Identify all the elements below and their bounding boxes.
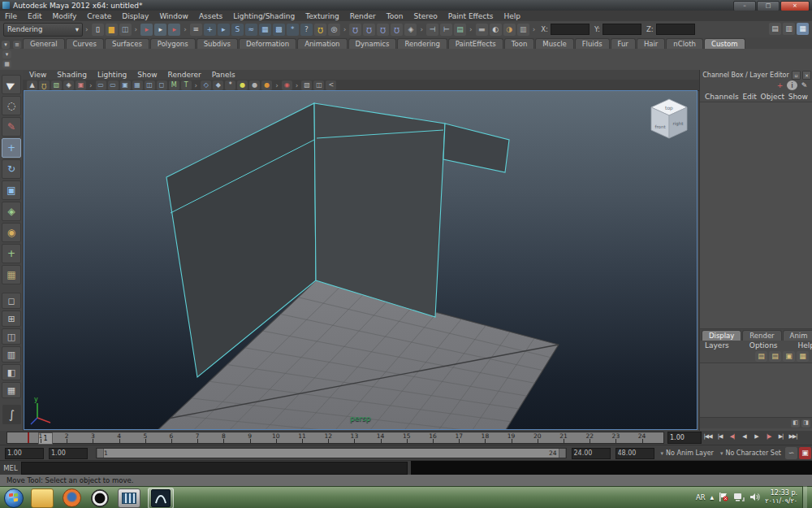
scale-tool-button[interactable]: ▣	[2, 180, 21, 200]
shelf-tab-curves[interactable]: Curves	[66, 38, 105, 49]
create-layer-assign-icon[interactable]: ▤	[769, 351, 781, 362]
layer-tab-render[interactable]: Render	[742, 330, 781, 341]
safe-action-icon[interactable]: ◫	[145, 80, 155, 90]
playback-end-field[interactable]	[572, 448, 611, 459]
snap-to-grids-icon[interactable]: Ω	[349, 24, 361, 36]
shelf-tab-rendering[interactable]: Rendering	[397, 38, 447, 49]
image-plane-icon[interactable]: ▣	[76, 80, 86, 90]
shelf-tab-fur[interactable]: Fur	[611, 38, 636, 49]
mask-deformations-icon[interactable]: ▦	[259, 24, 271, 36]
animation-start-field[interactable]	[5, 448, 44, 459]
select-object-icon[interactable]: ▸	[154, 24, 166, 36]
lasso-select-tool-button[interactable]: ◌	[2, 96, 21, 115]
single-pane-layout-button[interactable]: ◻	[2, 293, 21, 309]
exposure-icon[interactable]: ◫	[313, 80, 324, 90]
create-empty-layer-icon[interactable]: ▤	[755, 351, 767, 362]
dock-panel-button[interactable]: ▫	[792, 71, 801, 80]
shelf-tab-animation[interactable]: Animation	[297, 38, 347, 49]
command-line-language-button[interactable]: MEL	[0, 464, 21, 472]
current-time-field[interactable]	[667, 432, 702, 444]
shelf-tab-muscle[interactable]: Muscle	[535, 38, 573, 49]
shelf-tab-painteffects[interactable]: PaintEffects	[448, 38, 503, 49]
rotate-tool-button[interactable]: ↻	[2, 159, 21, 179]
shelf-tab-general[interactable]: General	[23, 38, 65, 49]
step-back-key-button[interactable]: ◀|	[726, 431, 738, 443]
mask-handles-icon[interactable]: +	[204, 24, 216, 36]
range-slider-bar[interactable]: 1 24	[96, 448, 567, 458]
hyperbolic-pencil-icon[interactable]: ✎	[799, 80, 810, 90]
make-live-icon[interactable]: ◈	[404, 24, 417, 36]
menu-modify[interactable]: Modify	[53, 12, 77, 20]
range-start-handle[interactable]	[97, 449, 104, 458]
shelf-grid-button[interactable]: ▦	[2, 60, 11, 68]
mask-misc-icon[interactable]: ?	[300, 24, 313, 36]
character-set-dropdown[interactable]: ▾ No Character Set	[720, 449, 781, 457]
channel-menu-show[interactable]: Show	[788, 93, 808, 101]
open-scene-icon[interactable]: ▆	[106, 24, 118, 36]
shelf-tab-toon[interactable]: Toon	[504, 38, 535, 49]
menu-lighting-shading[interactable]: Lighting/Shading	[233, 12, 295, 20]
film-gate-icon[interactable]: ▭	[96, 80, 106, 90]
selection-mask-menu-icon[interactable]: ≡	[190, 24, 202, 36]
taskbar-media-player-icon[interactable]	[118, 488, 140, 508]
step-back-frame-button[interactable]: |◀	[714, 431, 726, 443]
menu-window[interactable]: Window	[159, 12, 188, 20]
select-hierarchy-icon[interactable]: ▸	[140, 24, 153, 36]
mask-joints-icon[interactable]: ▸	[218, 24, 230, 36]
layer-menu-layers[interactable]: Layers	[705, 341, 729, 350]
group-separator[interactable]: ›	[343, 25, 347, 33]
share-view-icon[interactable]: <	[326, 80, 336, 90]
save-scene-icon[interactable]: ◫	[119, 24, 132, 36]
close-panel-button[interactable]: ×	[802, 71, 811, 80]
shelf-tab-dynamics[interactable]: Dynamics	[348, 38, 397, 49]
menu-toon[interactable]: Toon	[387, 12, 404, 20]
manipulator-crosshair-icon[interactable]: +	[775, 80, 785, 90]
dock-right-icon[interactable]: ◨	[801, 419, 810, 428]
shelf-tab-ncloth[interactable]: nCloth	[666, 38, 703, 49]
ipr-render-icon[interactable]: ◑	[503, 24, 516, 36]
channel-list[interactable]	[700, 102, 812, 329]
play-forwards-button[interactable]: ▶	[750, 431, 762, 443]
create-layer-group-icon[interactable]: ▦	[797, 351, 809, 362]
dock-left-icon[interactable]: ◧	[791, 419, 800, 428]
z-coordinate-field[interactable]	[656, 24, 695, 35]
menu-display[interactable]: Display	[122, 12, 149, 20]
playhead[interactable]	[28, 432, 29, 443]
panel-menu-lighting[interactable]: Lighting	[97, 71, 127, 79]
hypershade-persp-layout-button[interactable]: ◧	[2, 364, 21, 380]
show-manipulator-tool-button[interactable]: +	[2, 244, 21, 263]
mask-surfaces-icon[interactable]: ≈	[245, 24, 257, 36]
four-pane-layout-button[interactable]: ⊞	[2, 310, 21, 327]
group-separator[interactable]: ›	[184, 25, 187, 33]
taskbar-clock[interactable]: 12:33 p. ٢٠١١/٠٩/٢٠	[765, 489, 797, 506]
mask-rendering-icon[interactable]: *	[287, 24, 299, 36]
menu-help[interactable]: Help	[504, 12, 521, 20]
snap-to-view-planes-icon[interactable]: Ω	[391, 24, 403, 36]
resolution-gate-icon[interactable]: ▭	[108, 80, 119, 90]
camera-attributes-icon[interactable]: ▧	[51, 80, 62, 90]
tool-settings-toggle-icon[interactable]: ▥	[783, 23, 795, 35]
highlight-selection-icon[interactable]: ◎	[328, 24, 340, 36]
snap-to-points-icon[interactable]: Ω	[377, 24, 389, 36]
step-forward-key-button[interactable]: |▶	[762, 431, 775, 443]
render-settings-icon[interactable]: ▥	[517, 24, 529, 36]
maya-swirl-icon[interactable]: ∫	[2, 405, 21, 424]
shelf-item-menu-button[interactable]: ▾	[2, 50, 11, 59]
persp-graph-layout-button[interactable]: ▥	[2, 346, 21, 363]
step-forward-frame-button[interactable]: ▶|	[775, 431, 787, 443]
go-to-end-button[interactable]: ▶▶|	[787, 431, 799, 443]
select-component-icon[interactable]: ▸	[168, 24, 180, 36]
input-connections-icon[interactable]: ⊣	[426, 24, 438, 36]
shelf-tab-arrow-button[interactable]: ▾	[2, 41, 10, 49]
select-tool-button[interactable]: ▶	[2, 75, 21, 94]
use-all-lights-icon[interactable]: ●	[237, 80, 248, 90]
shaded-display-icon[interactable]: ◆	[213, 80, 223, 90]
hidden-icons-button[interactable]: ▲	[710, 494, 715, 500]
bookmarks-icon[interactable]: ◈	[63, 80, 74, 90]
shelf-tab-fluids[interactable]: Fluids	[575, 38, 610, 49]
open-render-view-icon[interactable]: ▬	[476, 24, 488, 36]
action-center-flag-icon[interactable]	[719, 492, 728, 502]
command-result-field[interactable]	[411, 461, 812, 475]
play-backwards-button[interactable]: ◀	[738, 431, 750, 443]
resolution-display-icon[interactable]: T	[181, 80, 192, 90]
